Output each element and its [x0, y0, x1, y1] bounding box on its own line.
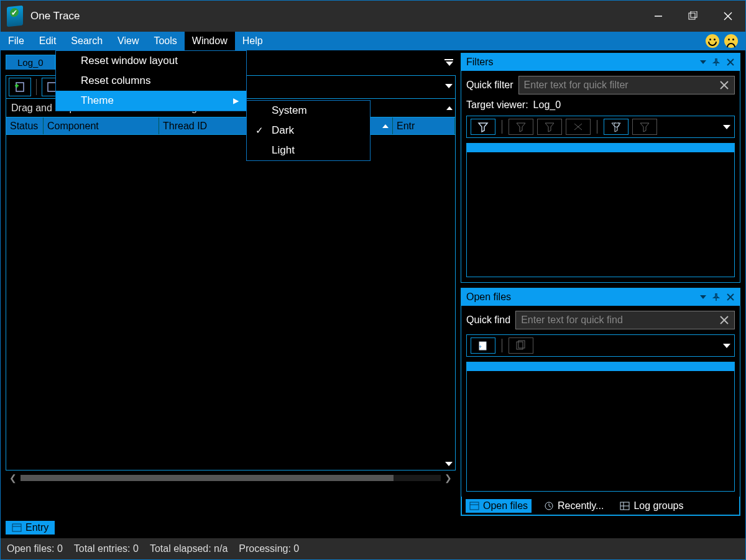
- quick-find-input[interactable]: Enter text for quick find: [515, 311, 735, 329]
- open-files-panel: Open files Quick find Enter text for qui…: [461, 288, 740, 516]
- entry-icon: [12, 523, 22, 533]
- filter-btn-4[interactable]: [566, 119, 591, 135]
- menu-help[interactable]: Help: [235, 32, 270, 50]
- toolbar-add-file-button[interactable]: [9, 78, 31, 96]
- open-files-panel-title: Open files: [466, 291, 511, 303]
- quick-find-label: Quick find: [466, 314, 510, 326]
- svg-rect-2: [691, 11, 697, 17]
- quick-find-placeholder: Enter text for quick find: [521, 314, 623, 326]
- side-panel-tabs: Open files Recently... Log groups: [461, 497, 740, 515]
- filters-panel-header[interactable]: Filters: [461, 53, 740, 71]
- status-total-elapsed: Total elapsed: n/a: [150, 543, 228, 554]
- theme-dark[interactable]: ✓ Dark: [247, 121, 370, 140]
- menu-tools[interactable]: Tools: [146, 32, 184, 50]
- svg-text:+: +: [479, 344, 482, 350]
- toolbar-separator: [36, 79, 37, 95]
- app-title: One Trace: [30, 10, 80, 22]
- window-menu-dropdown: Reset window layout Reset columns Theme …: [55, 50, 247, 111]
- filters-panel-title: Filters: [466, 57, 494, 68]
- filter-btn-6[interactable]: [632, 119, 657, 135]
- column-header-status[interactable]: Status: [6, 117, 44, 134]
- title-bar: One Trace: [1, 1, 745, 32]
- sort-ascending-icon: [382, 124, 389, 128]
- feedback-sad-icon[interactable]: [724, 34, 738, 48]
- window-maximize-button[interactable]: [676, 1, 711, 32]
- toolbar-overflow-button[interactable]: [445, 80, 453, 90]
- document-tab-log0[interactable]: Log_0: [6, 55, 55, 70]
- toolbar-separator: [502, 339, 502, 352]
- panel-close-icon[interactable]: [726, 293, 735, 301]
- groupby-scroll-up-icon[interactable]: [446, 106, 453, 110]
- open-files-toolbar: +: [466, 334, 735, 357]
- theme-system[interactable]: System: [247, 101, 370, 121]
- document-list-dropdown[interactable]: [444, 59, 453, 66]
- tab-open-files[interactable]: Open files: [466, 499, 532, 513]
- menu-reset-window-layout[interactable]: Reset window layout: [56, 51, 246, 71]
- column-header-component[interactable]: Component: [44, 117, 159, 134]
- panel-dropdown-icon[interactable]: [700, 295, 706, 299]
- menu-theme[interactable]: Theme ▶: [56, 91, 246, 111]
- theme-light[interactable]: Light: [247, 140, 370, 160]
- menu-file[interactable]: File: [1, 32, 32, 50]
- filter-btn-funnel[interactable]: [471, 119, 495, 135]
- window-close-button[interactable]: [711, 1, 745, 32]
- open-files-list[interactable]: [466, 362, 735, 492]
- bottom-document-tabs: Entry: [1, 520, 745, 538]
- open-files-list-header: [467, 362, 734, 371]
- svg-rect-1: [689, 13, 695, 19]
- openfiles-btn-add[interactable]: +: [471, 337, 495, 354]
- tab-entry[interactable]: Entry: [6, 521, 55, 535]
- app-logo-icon: [7, 6, 23, 27]
- scroll-left-icon[interactable]: ❮: [9, 473, 17, 483]
- svg-rect-37: [12, 524, 21, 531]
- log-viewer-pane: Log_0 Drag and drop a column into this a…: [1, 50, 461, 516]
- window-minimize-button[interactable]: [641, 1, 676, 32]
- quick-filter-label: Quick filter: [466, 80, 513, 91]
- pin-icon[interactable]: [712, 293, 720, 301]
- target-viewer-label: Target viewer:: [466, 99, 528, 111]
- scroll-thumb[interactable]: [21, 475, 394, 481]
- menu-edit[interactable]: Edit: [32, 32, 64, 50]
- tab-recently[interactable]: Recently...: [540, 499, 607, 513]
- column-header-entry[interactable]: Entr: [393, 117, 455, 134]
- feedback-happy-icon[interactable]: [706, 34, 719, 48]
- filters-list-header: [467, 144, 734, 152]
- list-icon: [469, 501, 479, 511]
- menu-view[interactable]: View: [110, 32, 146, 50]
- open-files-panel-header[interactable]: Open files: [461, 288, 740, 306]
- quick-filter-placeholder: Enter text for quick filter: [524, 80, 629, 91]
- openfiles-btn-copy[interactable]: [509, 337, 533, 354]
- openfiles-toolbar-overflow-icon[interactable]: [723, 344, 730, 348]
- tab-log-groups[interactable]: Log groups: [616, 499, 687, 513]
- side-panels: Filters Quick filter Enter text for quic…: [461, 50, 745, 516]
- status-bar: Open files: 0 Total entries: 0 Total ela…: [1, 538, 745, 559]
- panel-dropdown-icon[interactable]: [700, 60, 706, 64]
- svg-rect-31: [470, 502, 479, 510]
- clear-icon[interactable]: [718, 314, 730, 326]
- check-icon: ✓: [256, 125, 264, 136]
- submenu-arrow-icon: ▶: [233, 96, 239, 105]
- filters-list[interactable]: [466, 143, 735, 277]
- status-processing: Processing: 0: [239, 543, 299, 554]
- quick-filter-input[interactable]: Enter text for quick filter: [518, 76, 735, 94]
- grid-body[interactable]: [6, 135, 456, 470]
- theme-submenu: System ✓ Dark Light: [246, 100, 371, 161]
- menu-reset-columns[interactable]: Reset columns: [56, 71, 246, 91]
- menu-bar: File Edit Search View Tools Window Help: [1, 32, 745, 50]
- grid-header: Status Component Thread ID Entr: [6, 117, 456, 135]
- pin-icon[interactable]: [712, 58, 720, 66]
- grid-horizontal-scrollbar[interactable]: ❮ ❯: [6, 472, 456, 484]
- menu-search[interactable]: Search: [63, 32, 110, 50]
- filter-btn-refresh[interactable]: [604, 119, 629, 135]
- menu-window[interactable]: Window: [185, 32, 235, 50]
- scroll-right-icon[interactable]: ❯: [444, 473, 452, 483]
- scroll-track[interactable]: [21, 475, 441, 481]
- status-open-files: Open files: 0: [7, 543, 63, 554]
- filters-toolbar-overflow-icon[interactable]: [723, 125, 730, 129]
- grid-icon: [620, 501, 630, 511]
- clear-icon[interactable]: [718, 79, 730, 91]
- filter-btn-2[interactable]: [509, 119, 533, 135]
- filter-btn-3[interactable]: [537, 119, 562, 135]
- panel-close-icon[interactable]: [726, 58, 735, 67]
- grid-scroll-down-icon[interactable]: [445, 462, 453, 466]
